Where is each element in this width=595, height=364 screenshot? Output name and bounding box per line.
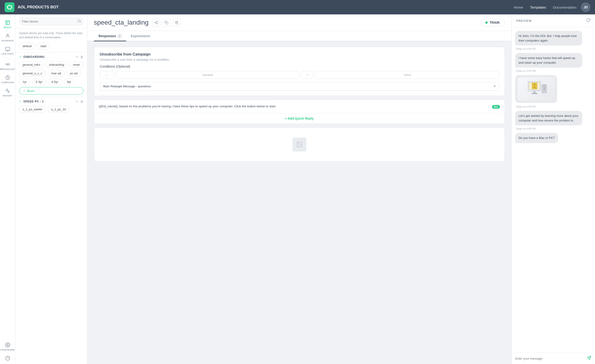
- sidebar-item-insight[interactable]: INSIGHT: [0, 86, 15, 99]
- group-speed-pc-actions: ✎ 🗑: [76, 100, 84, 103]
- pill-2-3yr[interactable]: 2-3yr: [32, 78, 46, 85]
- pill-pc-ad[interactable]: pc-ad: [66, 70, 81, 77]
- sidebar-item-audience[interactable]: AUDIENCE: [0, 31, 15, 44]
- pill-general-intro[interactable]: general_intro: [19, 61, 44, 68]
- sidebar-item-build[interactable]: BUILD: [0, 18, 15, 31]
- nav-home[interactable]: Home: [514, 5, 523, 9]
- pill-mac-ad[interactable]: mac-ad: [48, 70, 65, 77]
- group-onboarding-edit[interactable]: ✎: [76, 55, 78, 59]
- sidebar-search-area: [15, 14, 87, 29]
- configure-label: CONFIGURE: [0, 349, 15, 351]
- second-card: [94, 127, 505, 161]
- svg-point-24: [298, 143, 299, 144]
- pill-start[interactable]: start: [37, 43, 50, 49]
- preview-time-img: Today at 4:09 PM: [515, 105, 591, 108]
- nav-templates[interactable]: Templates: [530, 5, 546, 9]
- nav-documentation[interactable]: Documentation: [553, 5, 576, 9]
- conditions-row: --- Variable = Value: [100, 71, 499, 79]
- group-onboarding-collapse[interactable]: −: [19, 55, 22, 59]
- group-speed-pc-delete[interactable]: 🗑: [80, 100, 84, 103]
- campaign-label: CAMPAIGN: [1, 81, 14, 84]
- live-chat-label: LIVE CHAT: [1, 52, 14, 55]
- tab-responses[interactable]: Responses i: [94, 31, 126, 41]
- pill-reset[interactable]: reset: [70, 61, 83, 68]
- pill-general-scc[interactable]: general_s_c_c: [19, 70, 46, 77]
- sidebar-item-configure[interactable]: CONFIGURE: [0, 340, 15, 353]
- group-speed-pc: − SPEED PC - 1 ✎ 🗑 s_1_pc_earlier s_1_pc…: [15, 97, 87, 115]
- pill-s1-pc-earlier[interactable]: s_1_pc_earlier: [19, 106, 46, 113]
- campaign-select-wrapper: Main Retarget Message - questions Option…: [100, 82, 499, 91]
- pill-s1-pc-10[interactable]: s_1_pc_10: [48, 106, 70, 113]
- audience-label: AUDIENCE: [1, 39, 14, 42]
- group-onboarding-delete[interactable]: 🗑: [80, 55, 84, 59]
- pill-1yr[interactable]: 1yr: [19, 78, 30, 85]
- add-quick-reply-button[interactable]: + Add Quick Reply: [94, 113, 505, 124]
- search-icon[interactable]: [78, 19, 81, 24]
- preview-msg-5: Do you have a Mac or PC?: [515, 133, 558, 143]
- main-content: speed_cta_landing: [87, 14, 511, 364]
- pill-6yr[interactable]: 6yr: [64, 78, 75, 85]
- preview-msg-4: Let's get started by learning more about…: [515, 111, 582, 126]
- pill-4-5yr[interactable]: 4-5yr: [48, 78, 62, 85]
- svg-rect-34: [543, 86, 546, 87]
- group-speed-pc-edit[interactable]: ✎: [76, 100, 78, 103]
- send-button[interactable]: [587, 356, 591, 361]
- pill-default[interactable]: default: [19, 43, 35, 49]
- tab-responses-info[interactable]: i: [118, 34, 121, 38]
- preview-title: PREVIEW: [516, 19, 532, 22]
- conditions-value[interactable]: Value: [316, 71, 499, 79]
- plus-icon: ＋: [22, 89, 26, 93]
- preview-message-input[interactable]: [515, 357, 584, 360]
- conditions-label: Conditions (Optional): [100, 65, 499, 68]
- sidebar-item-broadcast[interactable]: BROADCAST: [0, 59, 15, 73]
- message-card-body[interactable]: {{first_name}}, based on the problems yo…: [94, 100, 505, 113]
- add-block-onboarding[interactable]: ＋ Block: [19, 87, 84, 95]
- unsubscribe-card: Unsubscribe from Campaign Unsubscribe a …: [94, 47, 505, 96]
- pill-onboarding[interactable]: onboarding: [46, 61, 68, 68]
- conditions-equals: =: [302, 71, 313, 79]
- main-tabs: Responses i Expressions: [87, 31, 511, 41]
- top-nav: AOL PRODUCTS BOT Home Templates Document…: [0, 0, 595, 14]
- train-button[interactable]: TRAIN: [480, 19, 505, 27]
- search-input[interactable]: [19, 18, 84, 25]
- preview-messages: Hi John, I'm the AOL Bot. I help people …: [511, 27, 595, 353]
- block-title: speed_cta_landing: [94, 19, 149, 26]
- main-header: speed_cta_landing: [87, 14, 511, 31]
- content-area: Unsubscribe from Campaign Unsubscribe a …: [87, 41, 511, 364]
- sidebar-item-help[interactable]: [0, 353, 15, 364]
- tab-responses-label: Responses: [99, 34, 116, 38]
- user-avatar[interactable]: JD: [581, 3, 590, 12]
- message-card: {{first_name}}, based on the problems yo…: [94, 100, 505, 124]
- refresh-button[interactable]: [586, 18, 590, 23]
- top-nav-links: Home Templates Documentation: [514, 5, 576, 9]
- svg-line-20: [156, 23, 157, 23]
- preview-input-area: [511, 353, 595, 364]
- group-onboarding-title: ONBOARDING: [23, 55, 74, 59]
- broadcast-label: BROADCAST: [0, 68, 15, 70]
- preview-msg-1: Hi John, I'm the AOL Bot. I help people …: [515, 31, 582, 46]
- svg-rect-22: [166, 22, 168, 24]
- tab-expressions[interactable]: Expressions: [126, 31, 155, 41]
- svg-point-18: [155, 22, 156, 23]
- share-button[interactable]: [152, 19, 160, 27]
- group-speed-pc-header: − SPEED PC - 1 ✎ 🗑: [19, 99, 84, 104]
- add-quick-reply-label: + Add Quick Reply: [285, 117, 314, 120]
- campaign-dropdown[interactable]: Main Retarget Message - questions Option…: [100, 82, 499, 91]
- svg-rect-30: [533, 91, 536, 93]
- group-speed-pc-collapse[interactable]: −: [19, 99, 22, 104]
- group-onboarding-header: − ONBOARDING ✎ 🗑: [19, 55, 84, 59]
- onboarding-pills: general_intro onboarding reset general_s…: [19, 61, 84, 85]
- app-logo[interactable]: [5, 2, 14, 12]
- svg-point-19: [157, 23, 158, 24]
- svg-line-16: [80, 22, 81, 22]
- icon-bar: BUILD AUDIENCE LIVE CHAT BROADCAST: [0, 14, 15, 364]
- copy-button[interactable]: [163, 19, 170, 27]
- sidebar-item-live-chat[interactable]: LIVE CHAT: [0, 44, 15, 57]
- sidebar-item-campaign[interactable]: CAMPAIGN: [0, 73, 15, 86]
- preview-time-4: Today at 4:09 PM: [515, 127, 591, 130]
- svg-point-5: [7, 34, 8, 36]
- delete-button[interactable]: [173, 19, 181, 27]
- conditions-variable[interactable]: Variable: [116, 71, 299, 79]
- image-placeholder: [292, 138, 306, 151]
- group-onboarding-actions: ✎ 🗑: [76, 55, 84, 59]
